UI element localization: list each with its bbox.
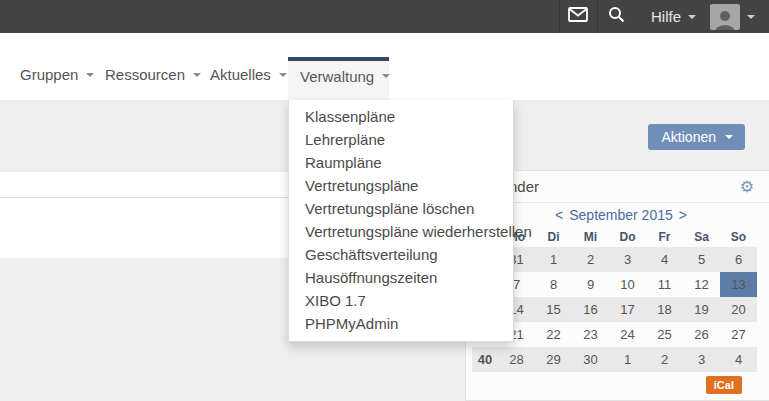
calendar-day[interactable]: 3 — [609, 247, 646, 272]
nav-item-label: Verwaltung — [300, 68, 374, 85]
chevron-down-icon — [747, 15, 755, 19]
calendar-day[interactable]: 26 — [683, 322, 720, 347]
verwaltung-dropdown-menu: KlassenpläneLehrerpläneRaumpläneVertretu… — [288, 100, 514, 342]
calendar-day[interactable]: 23 — [572, 322, 609, 347]
gear-icon[interactable]: ⚙ — [740, 179, 754, 195]
help-menu[interactable]: Hilfe — [635, 0, 710, 33]
weekday-header: Fr — [646, 227, 683, 247]
menu-item[interactable]: Klassenpläne — [289, 105, 513, 128]
avatar — [710, 4, 740, 30]
calendar-day[interactable]: 19 — [683, 297, 720, 322]
prev-month-button[interactable]: < — [555, 207, 563, 223]
menu-item[interactable]: Geschäftsverteilung — [289, 243, 513, 266]
calendar-day[interactable]: 6 — [720, 247, 757, 272]
calendar-day[interactable]: 11 — [646, 272, 683, 297]
weekday-header: So — [720, 227, 757, 247]
menu-item[interactable]: Lehrerpläne — [289, 128, 513, 151]
chevron-down-icon — [725, 135, 733, 139]
calendar-day[interactable]: 2 — [646, 347, 683, 372]
search-button[interactable] — [597, 0, 635, 33]
menu-item[interactable]: Vertretungspläne löschen — [289, 197, 513, 220]
nav-item-label: Gruppen — [20, 66, 78, 83]
calendar-day[interactable]: 18 — [646, 297, 683, 322]
calendar-day[interactable]: 28 — [498, 347, 535, 372]
calendar-grid: MoDiMiDoFrSaSo 3631123456377891011121338… — [472, 227, 757, 372]
help-label: Hilfe — [651, 8, 681, 25]
calendar-day[interactable]: 15 — [535, 297, 572, 322]
topbar: Hilfe — [0, 0, 769, 33]
calendar-day[interactable]: 4 — [720, 347, 757, 372]
chevron-down-icon — [279, 73, 287, 77]
chevron-down-icon — [382, 74, 390, 78]
week-number: 40 — [472, 347, 498, 372]
main-nav: GruppenRessourcenAktuellesVerwaltung — [0, 33, 769, 100]
nav-item-ressourcen[interactable]: Ressourcen — [93, 66, 198, 100]
weekday-header: Di — [535, 227, 572, 247]
menu-item[interactable]: Vertretungspläne wiederherstellen — [289, 220, 513, 243]
menu-item[interactable]: Vertretungspläne — [289, 174, 513, 197]
chevron-down-icon — [688, 15, 696, 19]
nav-item-verwaltung[interactable]: Verwaltung — [288, 57, 389, 100]
calendar-day[interactable]: 17 — [609, 297, 646, 322]
calendar-day[interactable]: 4 — [646, 247, 683, 272]
calendar-day[interactable]: 3 — [683, 347, 720, 372]
calendar-day[interactable]: 12 — [683, 272, 720, 297]
menu-item[interactable]: Hausöffnungszeiten — [289, 266, 513, 289]
calendar-day[interactable]: 20 — [720, 297, 757, 322]
mail-icon — [568, 7, 588, 26]
menu-item[interactable]: Raumpläne — [289, 151, 513, 174]
calendar-day[interactable]: 1 — [535, 247, 572, 272]
actions-label: Aktionen — [662, 129, 716, 145]
calendar-day[interactable]: 27 — [720, 322, 757, 347]
nav-item-aktuelles[interactable]: Aktuelles — [198, 66, 288, 100]
calendar-day[interactable]: 30 — [572, 347, 609, 372]
calendar-day[interactable]: 16 — [572, 297, 609, 322]
nav-item-gruppen[interactable]: Gruppen — [8, 66, 93, 100]
calendar-day[interactable]: 29 — [535, 347, 572, 372]
calendar-day[interactable]: 2 — [572, 247, 609, 272]
calendar-day[interactable]: 5 — [683, 247, 720, 272]
mail-button[interactable] — [559, 0, 597, 33]
month-label: September 2015 — [569, 207, 673, 223]
ical-button[interactable]: iCal — [706, 376, 742, 394]
menu-item[interactable]: PHPMyAdmin — [289, 312, 513, 335]
calendar-week-row: 402829301234 — [472, 347, 757, 372]
calendar-day[interactable]: 10 — [609, 272, 646, 297]
calendar-day[interactable]: 8 — [535, 272, 572, 297]
user-menu[interactable] — [710, 0, 769, 33]
weekday-header: Do — [609, 227, 646, 247]
nav-item-label: Ressourcen — [105, 66, 185, 83]
calendar-day[interactable]: 1 — [609, 347, 646, 372]
calendar-footer: iCal — [466, 372, 769, 400]
calendar-day[interactable]: 24 — [609, 322, 646, 347]
calendar-day[interactable]: 9 — [572, 272, 609, 297]
weekday-header: Mi — [572, 227, 609, 247]
calendar-week-row: 3921222324252627 — [472, 322, 757, 347]
calendar-day[interactable]: 22 — [535, 322, 572, 347]
calendar-day[interactable]: 25 — [646, 322, 683, 347]
calendar-week-row: 3631123456 — [472, 247, 757, 272]
actions-button[interactable]: Aktionen — [648, 124, 745, 150]
calendar-week-row: 3778910111213 — [472, 272, 757, 297]
nav-item-label: Aktuelles — [210, 66, 271, 83]
menu-item[interactable]: XIBO 1.7 — [289, 289, 513, 312]
calendar-day-selected[interactable]: 13 — [720, 272, 757, 297]
search-icon — [608, 6, 625, 27]
weekday-header: Sa — [683, 227, 720, 247]
calendar-week-row: 3814151617181920 — [472, 297, 757, 322]
next-month-button[interactable]: > — [679, 207, 687, 223]
